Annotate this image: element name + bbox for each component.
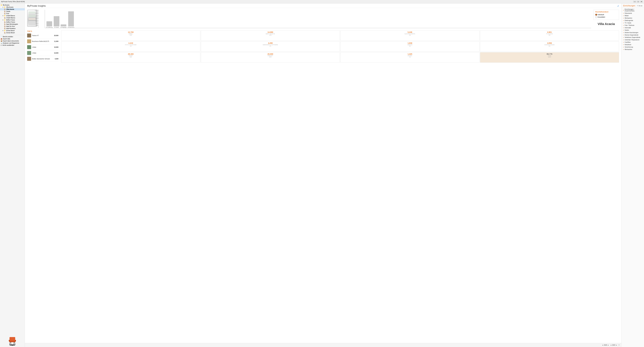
sidebar-item-dunas-beach[interactable]: ▼ 📁Dunas Beach bbox=[0, 29, 25, 32]
close-button[interactable]: ✕ bbox=[640, 1, 643, 2]
radio-konsolidiert[interactable]: Konsolidiert bbox=[595, 16, 617, 18]
right-menu-item-tv---audio[interactable]: ●TV / Audio bbox=[622, 22, 644, 24]
radio-konsolidiert-label: Konsolidiert bbox=[598, 16, 605, 18]
right-sidebar: Einrichtungen ✎ Aa aa ●Einrichtungen / Z… bbox=[621, 3, 644, 347]
sidebar-action-export-data-documents[interactable]: 📦Export data & documents bbox=[0, 40, 25, 42]
right-menu-label: Einrichtungen / Zusammenfass. bbox=[625, 8, 642, 12]
maximize-button[interactable]: □ bbox=[637, 1, 640, 2]
sidebar-item-chalet-bianca[interactable]: ▼ 📁Chalet Bianca bbox=[0, 15, 25, 17]
sidebar-action-export-data[interactable]: 📤Export data bbox=[0, 38, 25, 40]
house-icon: 🏠 bbox=[4, 13, 6, 14]
sidebar-item-appt-michelangelo[interactable]: 🏠Appt Michelangelo bbox=[0, 23, 25, 25]
minimize-button[interactable]: — bbox=[633, 1, 636, 2]
year1-next-btn[interactable]: ► bbox=[608, 344, 609, 346]
right-menu-item-notizblock[interactable]: ●Notizblock bbox=[622, 43, 644, 46]
top5-item[interactable]: Trainon 4720,000 bbox=[27, 33, 58, 38]
sidebar-item-studio[interactable]: 🏠Studio bbox=[0, 10, 25, 12]
sidebar-item-appt-amadeus[interactable]: 🏠Appt Amadeus bbox=[0, 27, 25, 29]
menu-dot-icon: ● bbox=[623, 13, 624, 14]
sidebar-action-analysen-diagramme[interactable]: 📊Analysen und Diagramme bbox=[0, 42, 25, 44]
right-menu-item-möbel[interactable]: ●Möbel bbox=[622, 14, 644, 17]
sidebar-action-bericht-erstellen[interactable]: 📄Bericht erstellen bbox=[0, 36, 25, 38]
sidebar-item-villa-acacia[interactable]: ▼ 📁Villa Acacia bbox=[0, 6, 25, 8]
sidebar-item-label: Appt Amadeus bbox=[6, 28, 16, 29]
stat-pct: 15% bbox=[202, 34, 339, 36]
sidebar-action-archiv-ausblenden[interactable]: 🗃Archiv ausblenden bbox=[0, 44, 25, 46]
right-menu-item-einrichtungen---zusammenfass.[interactable]: ●Einrichtungen / Zusammenfass. bbox=[622, 8, 644, 12]
right-menu-item-elektrogeräte[interactable]: ●Elektrogeräte bbox=[622, 19, 644, 22]
svg-point-8 bbox=[12, 345, 13, 346]
main-title: MyPrivate Insights bbox=[27, 5, 46, 7]
stat-pct: 5% bbox=[481, 45, 618, 47]
right-menu-item-wertsachen[interactable]: ●Wertsachen bbox=[622, 48, 644, 51]
right-menu-label: Wertsachen bbox=[625, 49, 632, 50]
right-menu-item-informatik[interactable]: ●Informatik bbox=[622, 26, 644, 29]
right-menu-item-unterhalt---reparaturen[interactable]: ●Unterhalt / Reparaturen bbox=[622, 39, 644, 41]
top5-thumb bbox=[27, 57, 31, 61]
radio-individuell[interactable]: Individuell bbox=[595, 14, 617, 16]
window-controls: — □ ✕ bbox=[633, 1, 643, 2]
sidebar-item-dunas-beach[interactable]: 🏠Dunas Beach bbox=[0, 32, 25, 34]
stat-value: 5,246 bbox=[342, 31, 478, 33]
expand-icon: ▼ bbox=[2, 30, 4, 31]
sidebar-group-label: My Acacia bbox=[3, 4, 10, 6]
stat-pct: 100% bbox=[481, 56, 618, 58]
right-menu-item-andere-ausrüstungen[interactable]: ●Andere Ausrüstungen bbox=[622, 31, 644, 34]
sidebar-item-chalet-bianca[interactable]: 🏠Chalet Bianca bbox=[0, 17, 25, 19]
stat-cell: 99,776TOTAL100% bbox=[480, 52, 619, 63]
sidebar-item-label: Chalet Bianca bbox=[6, 17, 15, 18]
radio-konsolidiert-input[interactable] bbox=[595, 16, 597, 18]
stat-cell: 20,000FREIZEIT20% bbox=[201, 52, 340, 63]
sidebar-item-pool[interactable]: 🏠Pool bbox=[0, 12, 25, 15]
stat-label: TOTAL bbox=[481, 55, 618, 56]
top5-item[interactable]: Antiker ebonisierter Schrank6,500 bbox=[27, 57, 58, 62]
bar bbox=[46, 21, 52, 26]
sidebar-item-appt-da-vinci[interactable]: 🏠Appt Da Vinci bbox=[0, 25, 25, 27]
svg-point-9 bbox=[14, 345, 15, 346]
year2-prev-btn[interactable]: ◄ bbox=[610, 344, 612, 346]
stat-pct: 3% bbox=[481, 34, 618, 36]
svg-rect-0 bbox=[10, 337, 15, 341]
sidebar-item-villa-acacia[interactable]: 🏠Villa Acacia bbox=[0, 8, 25, 10]
folder-icon: 📁 bbox=[4, 30, 6, 31]
right-menu-item-foto---telefonie[interactable]: ●Foto / Telefonie bbox=[622, 24, 644, 26]
sidebar-bottom bbox=[0, 335, 25, 347]
top5-item[interactable]: 1 Aktie10,000 bbox=[27, 51, 58, 56]
right-sidebar-menu: ●Einrichtungen / Zusammenfass.●Dokumente… bbox=[622, 7, 644, 347]
right-menu-item-diverse-gegenstände[interactable]: ●Diverse Gegenstände bbox=[622, 34, 644, 36]
y-axis-label: 20000 bbox=[35, 23, 39, 24]
year1-prev-btn[interactable]: ◄ bbox=[602, 344, 603, 346]
action-icon: 📤 bbox=[0, 38, 2, 40]
svg-point-7 bbox=[10, 345, 10, 346]
year2-next-btn[interactable]: ► bbox=[616, 344, 617, 346]
right-menu-item-cashflow[interactable]: ●Cashflow bbox=[622, 41, 644, 43]
sidebar-action-label: Bericht erstellen bbox=[3, 36, 13, 37]
sidebar-item-edifice-futura[interactable]: 🏠Edifice Futura bbox=[0, 21, 25, 23]
right-menu-label: Elektrogeräte bbox=[625, 20, 633, 21]
filter-icon[interactable]: ▽ bbox=[618, 344, 620, 346]
y-axis-label: 30000 bbox=[35, 21, 39, 22]
sidebar-group-my-acacia[interactable]: 📁My Acacia bbox=[0, 4, 25, 6]
right-menu-item-garten[interactable]: ●Garten bbox=[622, 29, 644, 31]
bar-group: 03 Abgänge bbox=[60, 24, 67, 28]
top5-item[interactable]: 1 Aktie10,000 bbox=[27, 45, 58, 50]
edit-icon[interactable]: ✎ bbox=[637, 5, 638, 6]
right-menu-item-dokumente[interactable]: ●Dokumente bbox=[622, 12, 644, 14]
radio-individuell-input[interactable] bbox=[595, 14, 597, 16]
y-axis-label: 70000 bbox=[35, 15, 39, 16]
font-size-icon[interactable]: Aa aa bbox=[638, 5, 642, 6]
sidebar-item-label: Villa Acacia bbox=[6, 6, 13, 8]
stat-label: DIVERS bbox=[342, 55, 478, 56]
top5-item[interactable]: Boucheron Reflet AA1017511,000 bbox=[27, 39, 58, 44]
analysis-column: Haushaltsanalyse Individuell Konsolidier… bbox=[594, 10, 619, 28]
right-menu-item-verliehene-gegenstände[interactable]: ●Verliehene Gegenstände bbox=[622, 36, 644, 39]
menu-dot-icon: ● bbox=[623, 27, 624, 28]
expand-icon: ▼ bbox=[2, 19, 4, 21]
sidebar-item-edifice-futura[interactable]: ▼ 📁Edifice Futura bbox=[0, 19, 25, 21]
nav-arrow[interactable]: ↲ bbox=[617, 4, 619, 7]
stat-cell: 14,990WERT-OBJEKTE15% bbox=[201, 30, 340, 41]
house-icon: 🏠 bbox=[4, 21, 6, 23]
right-menu-item-versicherung[interactable]: ●Versicherung bbox=[622, 46, 644, 48]
right-menu-item-wertsachen[interactable]: ●Wertsachen bbox=[622, 17, 644, 19]
top5-header: TOP 5 bbox=[27, 30, 58, 32]
